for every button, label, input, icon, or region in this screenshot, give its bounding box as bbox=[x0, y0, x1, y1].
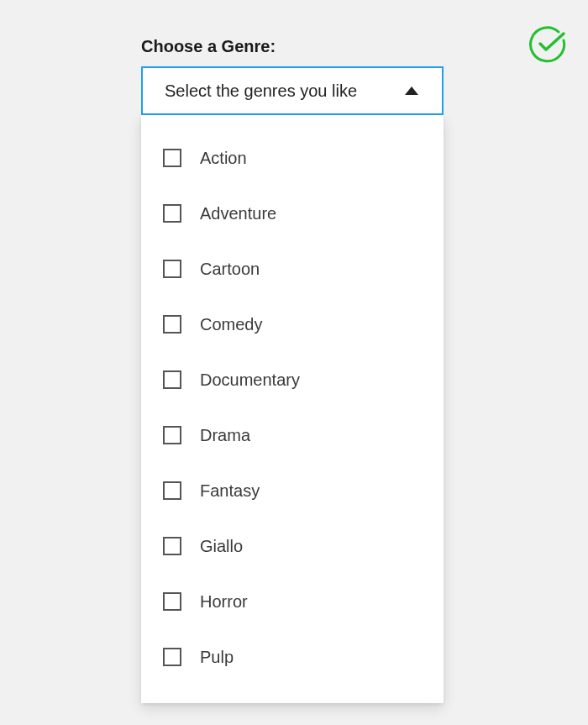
genre-select-trigger[interactable]: Select the genres you like bbox=[141, 66, 444, 115]
option-comedy[interactable]: Comedy bbox=[141, 297, 444, 352]
option-drama[interactable]: Drama bbox=[141, 407, 444, 463]
checkbox-icon[interactable] bbox=[163, 592, 181, 611]
checkbox-icon[interactable] bbox=[163, 149, 181, 167]
option-label: Drama bbox=[200, 426, 250, 445]
option-label: Horror bbox=[200, 592, 248, 612]
genre-dropdown: Action Adventure Cartoon Comedy Document… bbox=[141, 115, 444, 703]
checkbox-icon[interactable] bbox=[163, 537, 181, 555]
option-action[interactable]: Action bbox=[141, 130, 444, 186]
checkbox-icon[interactable] bbox=[163, 370, 181, 389]
checkbox-icon[interactable] bbox=[163, 648, 181, 666]
option-documentary[interactable]: Documentary bbox=[141, 352, 444, 407]
field-label: Choose a Genre: bbox=[141, 37, 444, 56]
option-fantasy[interactable]: Fantasy bbox=[141, 463, 444, 518]
checkbox-icon[interactable] bbox=[163, 315, 181, 334]
option-horror[interactable]: Horror bbox=[141, 574, 444, 629]
option-label: Documentary bbox=[200, 370, 300, 390]
option-label: Action bbox=[200, 149, 247, 168]
caret-up-icon bbox=[405, 87, 418, 95]
option-label: Comedy bbox=[200, 315, 262, 334]
option-label: Adventure bbox=[200, 204, 276, 223]
option-cartoon[interactable]: Cartoon bbox=[141, 241, 444, 297]
checkbox-icon[interactable] bbox=[163, 204, 181, 223]
option-label: Cartoon bbox=[200, 260, 260, 279]
checkbox-icon[interactable] bbox=[163, 260, 181, 278]
checkmark-circle-icon bbox=[528, 25, 567, 64]
checkbox-icon[interactable] bbox=[163, 481, 181, 500]
option-label: Giallo bbox=[200, 537, 243, 556]
select-placeholder: Select the genres you like bbox=[165, 81, 357, 101]
option-label: Fantasy bbox=[200, 481, 260, 501]
option-giallo[interactable]: Giallo bbox=[141, 518, 444, 574]
genre-selector: Choose a Genre: Select the genres you li… bbox=[141, 37, 444, 703]
checkbox-icon[interactable] bbox=[163, 426, 181, 444]
option-pulp[interactable]: Pulp bbox=[141, 629, 444, 685]
option-adventure[interactable]: Adventure bbox=[141, 186, 444, 241]
option-label: Pulp bbox=[200, 648, 234, 667]
